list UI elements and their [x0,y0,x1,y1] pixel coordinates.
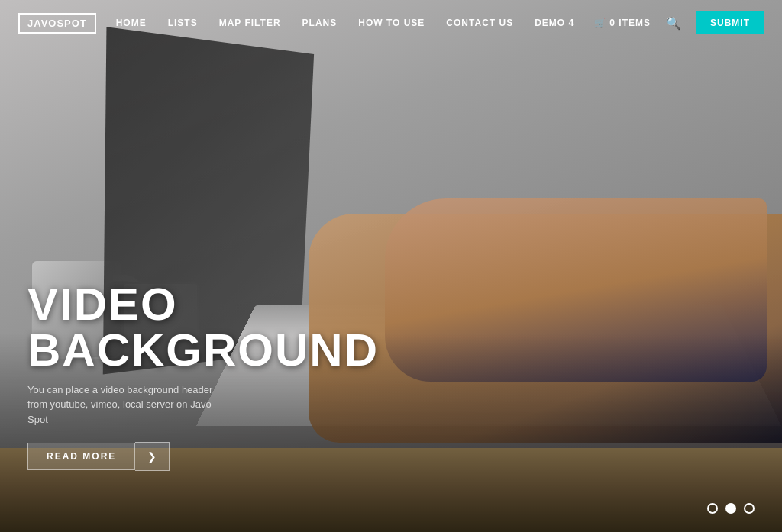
slider-dot-3[interactable] [744,503,755,514]
nav-right: 🛒 0 ITEMS 🔍 SUBMIT [594,11,764,34]
next-arrow-button[interactable]: ❯ [135,442,170,471]
nav-lists[interactable]: LISTS [168,18,198,28]
nav-demo4[interactable]: DEMO 4 [535,18,574,28]
hero-title: VIDEO BACKGROUND [27,282,455,373]
nav-contact-us[interactable]: CONTACT US [446,18,513,28]
hero-actions: READ MORE ❯ [27,442,455,471]
logo[interactable]: JAVOSPOT [18,13,96,34]
site-header: JAVOSPOT HOME LISTS MAP FILTER PLANS HOW… [0,0,782,46]
nav-how-to-use[interactable]: HOW TO USE [358,18,425,28]
nav-map-filter[interactable]: MAP FILTER [219,18,281,28]
read-more-button[interactable]: READ MORE [27,443,135,470]
slider-dot-2[interactable] [725,503,736,514]
hero-subtitle: You can place a video background header … [27,382,234,427]
hero-section: JAVOSPOT HOME LISTS MAP FILTER PLANS HOW… [0,0,782,532]
nav-home[interactable]: HOME [116,18,147,28]
submit-button[interactable]: SUBMIT [696,11,764,34]
cart-link[interactable]: 🛒 0 ITEMS [594,18,651,28]
hero-content: VIDEO BACKGROUND You can place a video b… [27,282,455,472]
slider-dots [707,503,755,514]
main-nav: HOME LISTS MAP FILTER PLANS HOW TO USE C… [116,18,575,28]
search-button[interactable]: 🔍 [663,13,684,34]
nav-plans[interactable]: PLANS [302,18,338,28]
slider-dot-1[interactable] [707,503,718,514]
